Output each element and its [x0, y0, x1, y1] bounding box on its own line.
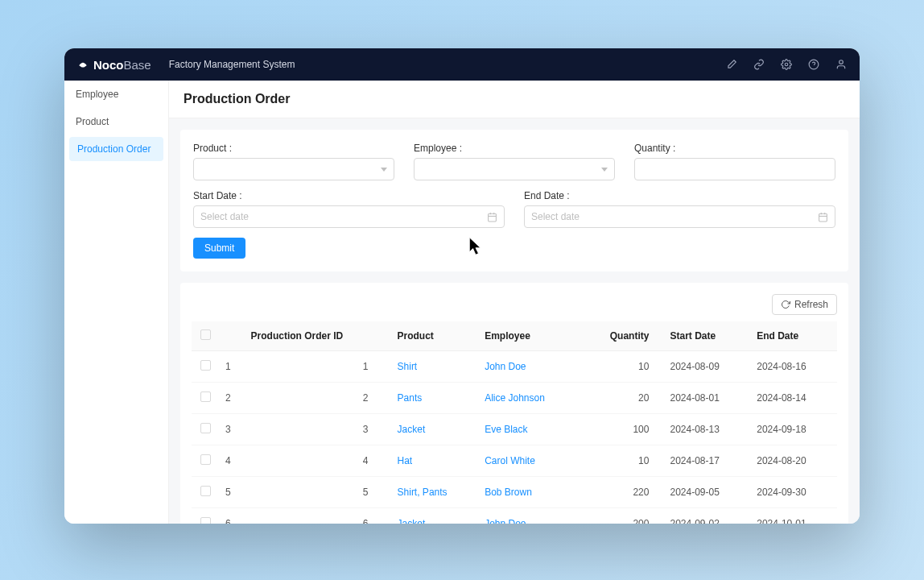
row-checkbox[interactable]: [200, 454, 211, 465]
cell-start-date: 2024-08-09: [663, 351, 750, 383]
refresh-icon: [781, 300, 790, 309]
table-row[interactable]: 1 1 Shirt John Doe 10 2024-08-09 2024-08…: [192, 351, 837, 383]
select-all-checkbox[interactable]: [200, 329, 211, 340]
cell-end-date: 2024-08-20: [750, 445, 837, 477]
logo[interactable]: NocoBase: [77, 58, 151, 72]
col-start-date[interactable]: Start Date: [663, 321, 750, 351]
cell-product-link[interactable]: Hat: [398, 455, 413, 466]
main-content: Production Order Product : Employee : Qu…: [169, 81, 860, 524]
product-label: Product :: [193, 143, 394, 154]
cell-quantity: 10: [580, 351, 663, 383]
cell-employee-link[interactable]: Bob Brown: [485, 487, 532, 498]
plugin-icon[interactable]: [753, 59, 765, 70]
cell-end-date: 2024-10-01: [750, 508, 837, 524]
start-date-input[interactable]: Select date: [193, 205, 505, 228]
cell-order-id: 4: [245, 445, 391, 477]
refresh-label: Refresh: [794, 299, 828, 310]
sidebar-item-production-order[interactable]: Production Order: [69, 137, 163, 161]
col-quantity[interactable]: Quantity: [580, 321, 663, 351]
cell-quantity: 220: [580, 477, 663, 508]
cell-order-id: 2: [245, 383, 391, 414]
cell-quantity: 100: [580, 414, 663, 445]
table-panel: Refresh Production Order ID Product Empl…: [180, 283, 848, 524]
help-icon[interactable]: [808, 59, 819, 70]
submit-button[interactable]: Submit: [193, 238, 245, 259]
svg-rect-4: [489, 213, 497, 222]
cell-product-link[interactable]: Shirt: [398, 361, 418, 372]
logo-text-bold: Noco: [93, 58, 124, 72]
cell-quantity: 200: [580, 508, 663, 524]
cell-quantity: 10: [580, 445, 663, 477]
end-date-label: End Date :: [524, 190, 835, 201]
gear-icon[interactable]: [781, 59, 792, 70]
row-checkbox[interactable]: [200, 360, 211, 371]
topbar: NocoBase Factory Management System: [64, 48, 860, 81]
row-checkbox[interactable]: [200, 423, 211, 433]
sidebar-item-employee[interactable]: Employee: [64, 81, 168, 108]
sidebar: Employee Product Production Order: [64, 81, 169, 524]
cell-quantity: 20: [580, 383, 663, 414]
app-window: NocoBase Factory Management System Emplo…: [64, 48, 860, 524]
quantity-label: Quantity :: [634, 143, 835, 154]
cell-product-link[interactable]: Jacket: [398, 518, 426, 524]
col-order-id[interactable]: Production Order ID: [245, 321, 391, 351]
col-end-date[interactable]: End Date: [750, 321, 837, 351]
col-product[interactable]: Product: [391, 321, 479, 351]
filter-form-panel: Product : Employee : Quantity : Start Da…: [180, 130, 848, 271]
table-row[interactable]: 3 3 Jacket Eve Black 100 2024-08-13 2024…: [192, 414, 837, 445]
logo-icon: [77, 59, 89, 70]
end-date-placeholder: Select date: [531, 211, 580, 222]
cell-employee-link[interactable]: John Doe: [485, 518, 526, 524]
cell-employee-link[interactable]: John Doe: [485, 361, 526, 372]
svg-point-3: [839, 60, 844, 64]
cell-row-num: 4: [219, 445, 245, 477]
start-date-label: Start Date :: [193, 190, 505, 201]
cell-order-id: 1: [245, 351, 391, 383]
cell-start-date: 2024-08-01: [663, 383, 750, 414]
page-title: Production Order: [169, 81, 860, 118]
cell-start-date: 2024-08-17: [663, 445, 750, 477]
cell-row-num: 3: [219, 414, 245, 445]
cell-end-date: 2024-09-30: [750, 477, 837, 508]
table-row[interactable]: 4 4 Hat Carol White 10 2024-08-17 2024-0…: [192, 445, 837, 477]
table-row[interactable]: 5 5 Shirt, Pants Bob Brown 220 2024-09-0…: [192, 477, 837, 508]
col-row-num: [219, 321, 245, 351]
table-row[interactable]: 6 6 Jacket John Doe 200 2024-09-02 2024-…: [192, 508, 837, 524]
app-title[interactable]: Factory Management System: [169, 59, 295, 70]
table-row[interactable]: 2 2 Pants Alice Johnson 20 2024-08-01 20…: [192, 383, 837, 414]
row-checkbox[interactable]: [200, 486, 211, 496]
row-checkbox[interactable]: [200, 392, 211, 402]
employee-select[interactable]: [414, 158, 615, 180]
cell-employee-link[interactable]: Eve Black: [485, 424, 527, 435]
quantity-input[interactable]: [634, 158, 835, 180]
start-date-placeholder: Select date: [200, 211, 249, 222]
user-icon[interactable]: [835, 59, 847, 70]
orders-table: Production Order ID Product Employee Qua…: [192, 321, 837, 524]
product-select[interactable]: [193, 158, 394, 180]
cell-row-num: 1: [219, 351, 245, 383]
cell-start-date: 2024-09-05: [663, 477, 750, 508]
cell-product-link[interactable]: Jacket: [398, 424, 426, 435]
cell-start-date: 2024-09-02: [663, 508, 750, 524]
refresh-button[interactable]: Refresh: [772, 294, 837, 315]
cell-order-id: 5: [245, 477, 391, 508]
edit-icon[interactable]: [726, 59, 737, 70]
cell-start-date: 2024-08-13: [663, 414, 750, 445]
cell-employee-link[interactable]: Carol White: [485, 455, 535, 466]
cell-order-id: 6: [245, 508, 391, 524]
cell-row-num: 6: [219, 508, 245, 524]
svg-rect-8: [819, 213, 827, 222]
row-checkbox[interactable]: [200, 517, 211, 524]
cell-end-date: 2024-08-16: [750, 351, 837, 383]
cell-employee-link[interactable]: Alice Johnson: [485, 392, 545, 404]
employee-label: Employee :: [414, 143, 615, 154]
col-employee[interactable]: Employee: [478, 321, 580, 351]
cell-order-id: 3: [245, 414, 391, 445]
cell-product-link[interactable]: Shirt, Pants: [398, 487, 448, 498]
sidebar-item-product[interactable]: Product: [64, 108, 168, 135]
cell-product-link[interactable]: Pants: [398, 392, 423, 404]
cell-end-date: 2024-08-14: [750, 383, 837, 414]
end-date-input[interactable]: Select date: [524, 205, 835, 228]
cell-end-date: 2024-09-18: [750, 414, 837, 445]
cell-row-num: 2: [219, 383, 245, 414]
